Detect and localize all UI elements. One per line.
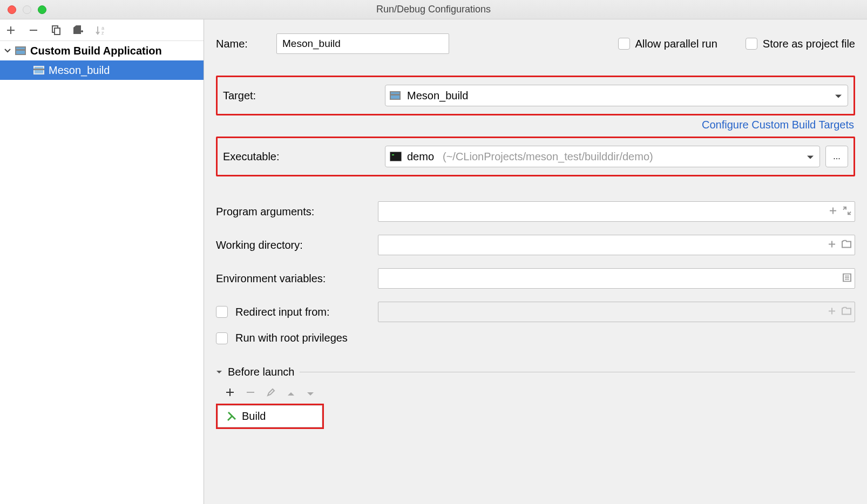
name-input[interactable]	[276, 33, 449, 54]
window-close-button[interactable]	[8, 5, 16, 14]
root-priv-label: Run with root privileges	[235, 332, 348, 344]
before-launch-label: Before launch	[228, 366, 294, 378]
target-label: Target:	[223, 90, 385, 102]
window-maximize-button[interactable]	[38, 5, 46, 14]
allow-parallel-checkbox[interactable]	[618, 38, 630, 50]
move-down-button[interactable]	[307, 387, 314, 399]
working-dir-input[interactable]	[378, 235, 855, 255]
store-project-label: Store as project file	[763, 38, 855, 50]
executable-combo[interactable]: demo (~/CLionProjects/meson_test/builddi…	[385, 146, 820, 167]
edit-task-button[interactable]	[267, 387, 275, 399]
move-up-button[interactable]	[287, 387, 295, 399]
list-icon[interactable]	[843, 273, 851, 285]
sort-alpha-button[interactable]: az	[95, 24, 108, 37]
executable-browse-button[interactable]: ...	[825, 146, 848, 167]
tree-root-item[interactable]: Custom Build Application	[0, 41, 204, 60]
env-vars-input[interactable]	[378, 268, 855, 289]
redirect-input-field	[378, 302, 855, 322]
chevron-down-icon	[835, 90, 842, 102]
executable-value: demo	[407, 151, 434, 163]
folder-icon[interactable]	[842, 239, 851, 251]
traffic-lights	[0, 5, 46, 14]
window-minimize-button[interactable]	[23, 5, 31, 14]
executable-label: Executable:	[223, 151, 385, 163]
executable-highlight: Executable: demo (~/CLionProjects/meson_…	[216, 137, 855, 176]
chevron-down-icon	[807, 151, 814, 163]
configure-targets-link[interactable]: Configure Custom Build Targets	[702, 119, 854, 131]
config-sidebar: az Custom Build Application Meson_build	[0, 19, 204, 504]
add-config-button[interactable]	[4, 24, 17, 37]
window-title: Run/Debug Configurations	[376, 4, 491, 15]
build-task-highlight: Build	[216, 404, 324, 429]
allow-parallel-label: Allow parallel run	[635, 38, 717, 50]
add-macro-icon[interactable]	[828, 239, 836, 251]
remove-task-button[interactable]	[246, 387, 255, 399]
program-args-input[interactable]	[378, 201, 855, 222]
tree-child-label: Meson_build	[49, 64, 110, 77]
config-tree: Custom Build Application Meson_build	[0, 41, 204, 504]
module-icon	[33, 66, 44, 74]
build-task-label: Build	[242, 410, 266, 423]
env-vars-label: Environment variables:	[216, 273, 378, 285]
divider	[300, 372, 855, 372]
target-value: Meson_build	[407, 90, 468, 102]
add-macro-icon[interactable]	[829, 206, 837, 218]
target-combo[interactable]: Meson_build	[385, 85, 848, 106]
root-priv-checkbox[interactable]	[216, 332, 228, 344]
name-label: Name:	[216, 38, 276, 50]
executable-path: (~/CLionProjects/meson_test/builddir/dem…	[443, 151, 653, 163]
module-icon	[15, 46, 26, 55]
working-dir-label: Working directory:	[216, 239, 378, 251]
folder-icon	[842, 306, 851, 318]
store-project-checkbox-group[interactable]: Store as project file	[746, 38, 855, 50]
add-macro-icon	[828, 306, 836, 318]
add-task-button[interactable]	[226, 387, 234, 399]
redirect-input-label: Redirect input from:	[235, 306, 330, 318]
svg-text:z: z	[101, 30, 104, 36]
store-project-checkbox[interactable]	[746, 38, 757, 50]
config-content: Name: Allow parallel run Store as projec…	[204, 19, 867, 504]
tree-child-item[interactable]: Meson_build	[0, 60, 204, 80]
before-launch-section[interactable]: Before launch	[216, 366, 855, 378]
program-args-label: Program arguments:	[216, 206, 378, 218]
terminal-icon	[390, 152, 402, 161]
allow-parallel-checkbox-group[interactable]: Allow parallel run	[618, 38, 717, 50]
module-icon	[390, 91, 401, 100]
expand-icon[interactable]	[843, 206, 851, 218]
sidebar-toolbar: az	[0, 19, 204, 41]
collapse-arrow-icon	[216, 369, 222, 376]
expand-arrow-icon[interactable]	[3, 46, 12, 55]
before-launch-toolbar	[216, 384, 855, 403]
copy-config-button[interactable]	[50, 24, 63, 37]
remove-config-button[interactable]	[27, 24, 40, 37]
tree-root-label: Custom Build Application	[30, 45, 162, 57]
svg-rect-1	[55, 28, 60, 35]
before-launch-task-item[interactable]: Build	[218, 405, 322, 427]
hammer-icon	[226, 411, 236, 422]
save-template-button[interactable]	[72, 24, 85, 37]
redirect-input-checkbox[interactable]	[216, 306, 228, 318]
target-highlight: Target: Meson_build	[216, 76, 855, 115]
titlebar: Run/Debug Configurations	[0, 0, 867, 19]
